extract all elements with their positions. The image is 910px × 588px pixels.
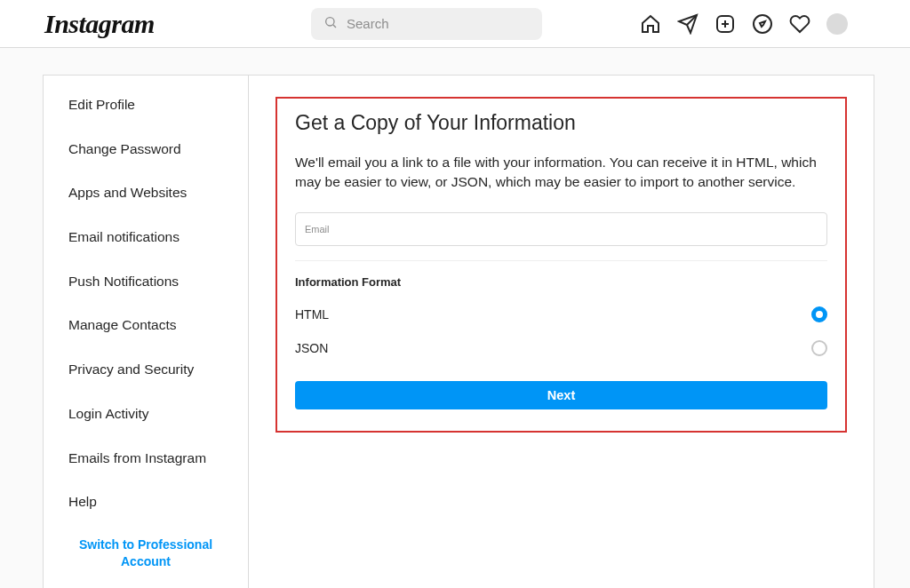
svg-point-6 <box>754 15 771 33</box>
page-description: We'll email you a link to a file with yo… <box>295 153 827 191</box>
email-label: Email <box>305 224 330 234</box>
search-box[interactable] <box>311 8 542 40</box>
activity-icon[interactable] <box>789 13 810 35</box>
page-title: Get a Copy of Your Information <box>295 111 827 135</box>
sidebar-item-emails-from-instagram[interactable]: Emails from Instagram <box>44 436 248 481</box>
svg-line-1 <box>333 25 336 28</box>
search-input[interactable] <box>347 16 530 31</box>
sidebar-item-apps-websites[interactable]: Apps and Websites <box>44 171 248 215</box>
explore-icon[interactable] <box>752 13 773 35</box>
settings-sidebar: Edit Profile Change Password Apps and We… <box>43 75 249 588</box>
sidebar-item-push-notifications[interactable]: Push Notifications <box>44 259 248 304</box>
divider <box>295 260 827 261</box>
search-wrap <box>311 8 542 40</box>
format-option-json-label: JSON <box>295 341 328 355</box>
sidebar-item-privacy-security[interactable]: Privacy and Security <box>44 347 248 392</box>
radio-json[interactable] <box>811 340 827 356</box>
sidebar-item-help[interactable]: Help <box>44 480 248 524</box>
download-data-panel: Get a Copy of Your Information We'll ema… <box>275 97 847 433</box>
logo[interactable]: Instagram <box>44 9 155 39</box>
next-button[interactable]: Next <box>295 381 827 409</box>
sidebar-item-manage-contacts[interactable]: Manage Contacts <box>44 303 248 347</box>
format-option-html[interactable]: HTML <box>295 301 827 335</box>
radio-html[interactable] <box>811 306 827 322</box>
svg-marker-7 <box>760 21 765 27</box>
avatar[interactable] <box>826 13 848 35</box>
search-icon <box>323 15 338 33</box>
sidebar-item-change-password[interactable]: Change Password <box>44 127 248 171</box>
logo-wrap: Instagram <box>18 9 311 39</box>
format-option-html-label: HTML <box>295 307 329 322</box>
settings-content: Get a Copy of Your Information We'll ema… <box>249 75 874 588</box>
settings-page: Edit Profile Change Password Apps and We… <box>0 48 910 588</box>
format-section-label: Information Format <box>295 275 827 289</box>
svg-point-0 <box>326 17 334 25</box>
nav-icons <box>542 13 892 35</box>
format-option-json[interactable]: JSON <box>295 335 827 369</box>
switch-to-professional-link[interactable]: Switch to Professional Account <box>44 524 248 584</box>
messages-icon[interactable] <box>677 13 698 35</box>
home-icon[interactable] <box>640 13 661 35</box>
sidebar-item-login-activity[interactable]: Login Activity <box>44 392 248 436</box>
email-field[interactable]: Email <box>295 212 827 246</box>
top-nav: Instagram <box>0 0 910 48</box>
sidebar-item-email-notifications[interactable]: Email notifications <box>44 215 248 259</box>
new-post-icon[interactable] <box>714 13 736 35</box>
sidebar-item-edit-profile[interactable]: Edit Profile <box>44 83 248 127</box>
